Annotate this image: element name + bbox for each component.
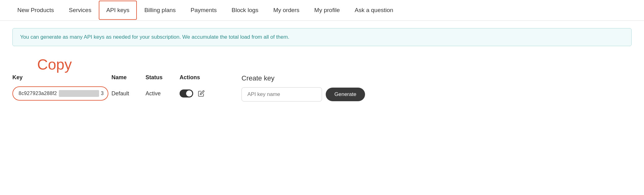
table-headers: Key Name Status Actions xyxy=(12,74,217,81)
nav-item-my-orders[interactable]: My orders xyxy=(266,0,307,20)
table-section: Key Name Status Actions 8c927923a288f2 3… xyxy=(12,74,632,102)
status-toggle[interactable] xyxy=(180,89,193,98)
row-name: Default xyxy=(111,90,146,97)
annotation-copy: Copy xyxy=(37,56,632,73)
key-end: 3 xyxy=(101,91,104,96)
col-header-key: Key xyxy=(12,74,111,81)
col-header-actions: Actions xyxy=(180,74,217,81)
nav-item-billing-plans[interactable]: Billing plans xyxy=(137,0,183,20)
nav-item-payments[interactable]: Payments xyxy=(183,0,224,20)
info-box: You can generate as many API keys as nee… xyxy=(12,28,632,46)
row-status: Active xyxy=(146,90,180,97)
create-key-row: Generate xyxy=(242,87,365,102)
nav-item-my-profile[interactable]: My profile xyxy=(307,0,347,20)
key-redacted xyxy=(59,90,99,97)
nav-item-ask-a-question[interactable]: Ask a question xyxy=(347,0,401,20)
create-key-section: Create key Generate xyxy=(242,74,365,102)
nav-item-new-products[interactable]: New Products xyxy=(10,0,61,20)
nav-bar: New Products Services API keys Billing p… xyxy=(0,0,644,21)
col-header-status: Status xyxy=(146,74,180,81)
info-box-text: You can generate as many API keys as nee… xyxy=(20,34,289,40)
create-key-title: Create key xyxy=(242,74,365,82)
page-content: You can generate as many API keys as nee… xyxy=(0,21,644,109)
key-cell: 8c927923a288f2 3 xyxy=(12,86,111,101)
row-actions xyxy=(180,89,217,98)
generate-button[interactable]: Generate xyxy=(326,88,365,101)
col-header-name: Name xyxy=(111,74,146,81)
api-key-name-input[interactable] xyxy=(242,87,322,102)
key-oval: 8c927923a288f2 3 xyxy=(12,86,108,101)
edit-icon[interactable] xyxy=(197,89,206,98)
nav-item-services[interactable]: Services xyxy=(61,0,99,20)
nav-item-api-keys[interactable]: API keys xyxy=(99,1,137,20)
key-prefix: 8c927923a288f2 xyxy=(19,91,57,96)
toggle-thumb xyxy=(186,90,192,97)
table-row: 8c927923a288f2 3 Default Active xyxy=(12,86,217,101)
nav-item-block-logs[interactable]: Block logs xyxy=(224,0,266,20)
keys-table: Key Name Status Actions 8c927923a288f2 3… xyxy=(12,74,217,101)
